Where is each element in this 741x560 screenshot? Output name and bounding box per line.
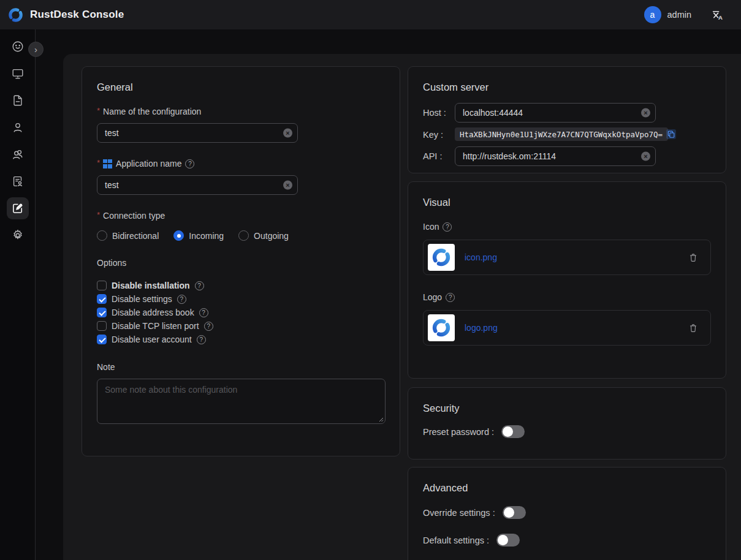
checkbox-icon[interactable] <box>97 321 107 331</box>
checkbox-icon[interactable] <box>97 335 107 344</box>
radio-icon[interactable] <box>173 230 184 241</box>
user-menu[interactable]: a admin <box>644 6 692 23</box>
help-icon[interactable]: ? <box>199 308 208 317</box>
windows-icon <box>103 159 112 168</box>
application-name-input[interactable] <box>97 175 298 195</box>
help-icon[interactable]: ? <box>185 159 194 168</box>
custom-server-title: Custom server <box>423 81 711 93</box>
config-name-label: * Name of the configuration <box>97 107 385 116</box>
checkbox-icon[interactable] <box>97 308 107 317</box>
required-marker: * <box>97 158 100 167</box>
connection-type-group: Bidirectional Incoming Outgoing <box>97 230 385 241</box>
visual-title: Visual <box>423 197 711 208</box>
options-label: Options <box>97 258 385 268</box>
preset-password-row: Preset password : <box>423 425 711 438</box>
default-settings-label: Default settings : <box>423 535 489 545</box>
api-input[interactable] <box>455 146 656 166</box>
option-disable-settings[interactable]: Disable settings ? <box>97 292 385 306</box>
logo-file-row: logo.png <box>423 310 711 346</box>
option-disable-installation[interactable]: Disable installation ? <box>97 279 385 292</box>
host-field: × <box>455 103 656 123</box>
security-card: Security Preset password : <box>408 387 726 460</box>
users-icon <box>11 148 25 161</box>
radio-outgoing[interactable]: Outgoing <box>238 230 289 241</box>
config-name-field: × <box>97 123 298 143</box>
api-row: API : × <box>423 146 711 166</box>
icon-file-link[interactable]: icon.png <box>465 252 497 262</box>
icon-file-row: icon.png <box>423 240 711 275</box>
sidebar-item-users[interactable] <box>7 116 29 138</box>
help-icon[interactable]: ? <box>446 293 455 302</box>
key-value: HtaXBkJNHyn0e1U1jWXze7A7CN7QTGWqxkOtpaVp… <box>460 130 663 139</box>
api-field: × <box>455 146 656 166</box>
key-row: Key : HtaXBkJNHyn0e1U1jWXze7A7CN7QTGWqxk… <box>423 126 711 143</box>
advanced-title: Advanced <box>423 482 711 494</box>
general-card: General * Name of the configuration × * … <box>82 66 400 456</box>
icon-label: Icon ? <box>423 222 711 232</box>
help-icon[interactable]: ? <box>443 222 452 232</box>
document-icon <box>11 94 25 107</box>
application-name-field: × <box>97 175 298 195</box>
sidebar-item-settings[interactable] <box>7 224 29 246</box>
clear-icon[interactable]: × <box>641 108 650 118</box>
sidebar-item-logs[interactable] <box>7 89 29 112</box>
host-input[interactable] <box>455 103 656 123</box>
help-icon[interactable]: ? <box>195 281 204 290</box>
clear-icon[interactable]: × <box>641 152 650 161</box>
monitor-icon <box>11 67 25 80</box>
option-disable-tcp-listen-port[interactable]: Disable TCP listen port ? <box>97 319 385 333</box>
sidebar-item-groups[interactable] <box>7 143 29 165</box>
edit-icon <box>11 202 25 215</box>
option-disable-address-book[interactable]: Disable address book ? <box>97 306 385 319</box>
checkbox-icon[interactable] <box>97 294 107 304</box>
radio-bidirectional[interactable]: Bidirectional <box>97 230 159 241</box>
brand: RustDesk Console <box>7 7 124 23</box>
sidebar-item-custom-client[interactable] <box>7 197 29 219</box>
copy-icon[interactable] <box>666 129 676 139</box>
user-icon <box>11 121 25 134</box>
key-label: Key : <box>423 130 455 140</box>
note-textarea[interactable] <box>97 379 386 424</box>
help-icon[interactable]: ? <box>177 295 186 304</box>
sidebar-item-devices[interactable] <box>7 62 29 85</box>
radio-icon[interactable] <box>238 230 249 241</box>
trash-icon[interactable] <box>688 252 698 263</box>
rustdesk-logo-icon <box>7 7 24 23</box>
default-settings-toggle[interactable] <box>496 534 520 547</box>
translate-icon[interactable]: A <box>711 9 724 21</box>
connection-type-label: * Connection type <box>97 211 385 221</box>
sidebar-item-audit[interactable] <box>7 170 29 192</box>
option-disable-user-account[interactable]: Disable user account ? <box>97 333 385 346</box>
radio-icon[interactable] <box>97 230 107 241</box>
trash-icon[interactable] <box>688 323 698 333</box>
required-marker: * <box>97 106 100 115</box>
help-icon[interactable]: ? <box>204 322 213 331</box>
app-title: RustDesk Console <box>30 9 124 21</box>
logo-label: Logo ? <box>423 292 711 302</box>
user-avatar[interactable]: a <box>644 6 661 23</box>
sidebar-item-overview[interactable] <box>7 36 29 58</box>
checkbox-icon[interactable] <box>97 281 107 290</box>
help-icon[interactable]: ? <box>197 335 206 344</box>
gear-icon <box>11 229 25 242</box>
logo-thumbnail <box>428 314 455 341</box>
key-value-chip: HtaXBkJNHyn0e1U1jWXze7A7CN7QTGWqxkOtpaVp… <box>455 127 668 141</box>
visual-card: Visual Icon ? icon.png <box>408 181 726 379</box>
sidebar <box>0 29 36 560</box>
preset-password-toggle[interactable] <box>501 425 525 438</box>
config-name-input[interactable] <box>97 123 298 143</box>
radio-incoming[interactable]: Incoming <box>173 230 224 241</box>
override-settings-toggle[interactable] <box>503 506 526 519</box>
sidebar-expand-button[interactable]: › <box>28 42 44 57</box>
clear-icon[interactable]: × <box>283 181 292 190</box>
user-name: admin <box>667 10 692 20</box>
note-label: Note <box>97 362 385 372</box>
override-settings-row: Override settings : <box>423 506 711 519</box>
preset-password-label: Preset password : <box>423 427 494 437</box>
logo-file-link[interactable]: logo.png <box>465 323 498 333</box>
security-title: Security <box>423 403 711 414</box>
api-label: API : <box>423 151 455 161</box>
application-name-label: * Application name ? <box>97 159 385 168</box>
custom-server-card: Custom server Host : × Key : HtaXBkJNHyn… <box>408 66 726 173</box>
clear-icon[interactable]: × <box>283 129 292 138</box>
